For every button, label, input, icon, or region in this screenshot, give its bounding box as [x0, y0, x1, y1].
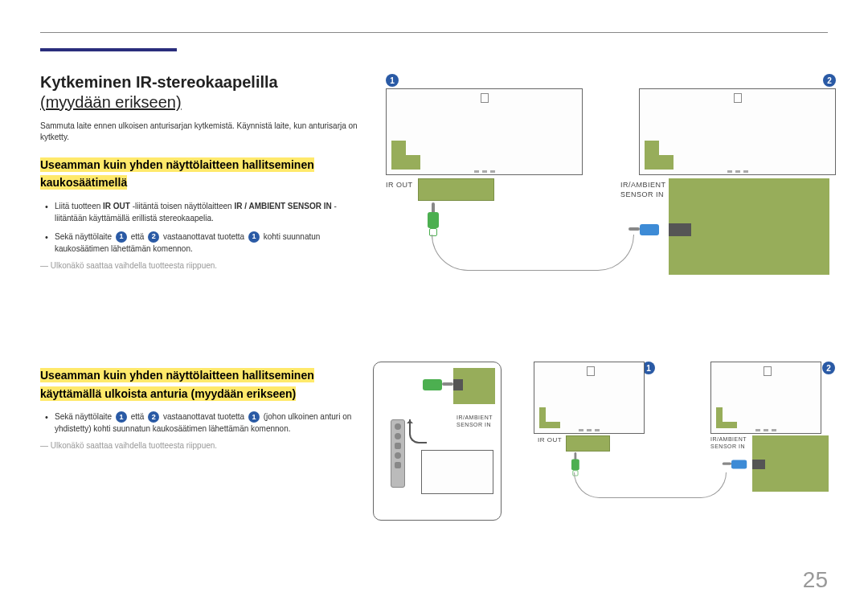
monitor-2: [639, 88, 836, 175]
port-sm: [566, 435, 610, 452]
label-ir-ambient: IR/AMBIENT: [620, 181, 666, 189]
section-1: Useamman kuin yhden näyttölaitteen halli…: [40, 156, 362, 270]
intro-paragraph: Sammuta laite ennen ulkoisen anturisarja…: [40, 121, 362, 143]
diagram-upper: 1 2 IR OUT IR/AMBIENT SENSOR IN: [386, 74, 836, 279]
label-sensor-in-sm2: SENSOR IN: [710, 443, 745, 449]
page-number: 25: [803, 567, 828, 593]
bullet-2: Sekä näyttölaite 1 että 2 vastaanottavat…: [55, 411, 362, 435]
shape-icon: [645, 141, 674, 170]
badge-1-icon: 1: [116, 231, 127, 243]
title-line2: (myydään erikseen): [40, 93, 182, 111]
jack-icon: [669, 223, 691, 236]
section-2: Useamman kuin yhden näyttölaitteen halli…: [40, 366, 362, 450]
plug-green-icon: [428, 202, 439, 235]
title-line1: Kytkeminen IR-stereokaapelilla: [40, 73, 278, 91]
monitor-sm-2: [710, 362, 821, 434]
section2-heading: Useamman kuin yhden näyttölaitteen halli…: [40, 368, 314, 400]
section1-heading: Useamman kuin yhden näyttölaitteen halli…: [40, 157, 314, 190]
label-ir-out-sm: IR OUT: [538, 436, 562, 443]
plug-blue-icon: [640, 224, 659, 235]
badge-1-icon: 1: [116, 411, 127, 423]
detail-icon: [734, 93, 742, 103]
monitor-sm-1: [534, 362, 645, 434]
badge-1-icon: 1: [248, 411, 260, 423]
cable-icon: [574, 472, 727, 498]
sensor-box: [421, 450, 493, 494]
cable-icon: [432, 235, 634, 271]
page-title: Kytkeminen IR-stereokaapelilla (myydään …: [40, 72, 362, 112]
ports-icon: [755, 429, 776, 431]
badge-2-icon: 2: [148, 231, 159, 243]
badge-2-icon: 2: [148, 411, 159, 423]
bullet-1a: Liitä tuotteen IR OUT -liitäntä toisen n…: [55, 200, 362, 224]
shape-icon: [539, 407, 560, 428]
label-sensor-in-sm: SENSOR IN: [457, 422, 491, 427]
monitor-1: [386, 88, 583, 175]
arrow-icon: [409, 419, 427, 443]
section1-bullets: Liitä tuotteen IR OUT -liitäntä toisen n…: [40, 200, 362, 255]
plug-green-icon: [571, 452, 579, 475]
detail-icon: [587, 366, 595, 376]
label-ir-ambient-sm2: IR/AMBIENT: [710, 436, 747, 442]
label-sensor-in: SENSOR IN: [620, 190, 664, 198]
diagram-lower: IR/AMBIENT SENSOR IN 1 IR OUT 2 IR/AMBIE…: [373, 362, 835, 530]
label-ir-ambient-sm: IR/AMBIENT: [457, 415, 493, 420]
ports-icon: [474, 170, 495, 173]
section2-bullets: Sekä näyttölaite 1 että 2 vastaanottavat…: [40, 411, 362, 435]
bullet-1b: Sekä näyttölaite 1 että 2 vastaanottavat…: [55, 231, 362, 255]
label-ir-out: IR OUT: [386, 181, 413, 189]
badge-2-icon: 2: [822, 362, 835, 374]
remote-icon: [391, 419, 405, 488]
badge-1-icon: 1: [248, 231, 260, 243]
shape-icon: [716, 407, 737, 428]
plug-blue-icon: [731, 460, 747, 468]
jack-icon: [453, 379, 463, 390]
ports-icon: [727, 170, 748, 173]
jack-icon: [752, 460, 765, 469]
footnote-2: Ulkonäkö saattaa vaihdella tuotteesta ri…: [40, 441, 362, 450]
badge-1-icon: 1: [386, 74, 399, 87]
text-column: Kytkeminen IR-stereokaapelilla (myydään …: [40, 72, 362, 460]
port-sensor-in: [669, 178, 829, 275]
horizontal-rule: [40, 32, 828, 33]
detail-icon: [764, 366, 772, 376]
shape-icon: [391, 141, 420, 170]
badge-2-icon: 2: [823, 74, 836, 87]
port-ir-out: [418, 178, 494, 201]
footnote-1: Ulkonäkö saattaa vaihdella tuotteesta ri…: [40, 261, 362, 270]
ports-icon: [579, 429, 600, 431]
accent-bar: [40, 48, 177, 51]
plug-green-h-icon: [423, 379, 442, 390]
detail-icon: [481, 93, 489, 103]
